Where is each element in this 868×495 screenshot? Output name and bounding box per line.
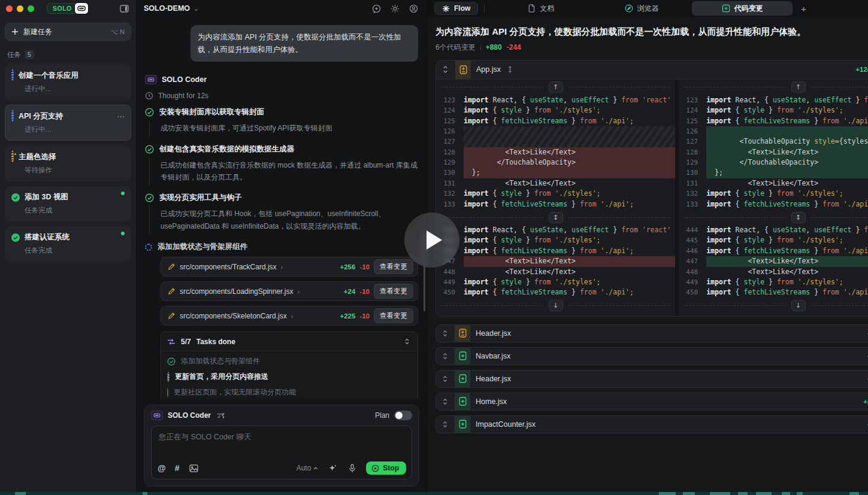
expand-collapse-icon[interactable] xyxy=(441,351,449,361)
thought-row[interactable]: Thought for 12s xyxy=(145,92,418,100)
video-play-button[interactable] xyxy=(404,212,459,268)
account-icon[interactable] xyxy=(408,3,419,14)
line-number: 125 xyxy=(436,116,464,126)
tasks-progress: 5/7 xyxy=(181,338,191,346)
code-line: 449 import { style } from './styles'; xyxy=(436,277,675,287)
code-line: 448 <Text>Like</Text> xyxy=(436,267,675,277)
expand-lines-button[interactable]: ↓ xyxy=(791,300,806,311)
tasks-progress-panel: 5/7 Tasks done 添加加载状态与骨架组件 更新首页，采用分页内容推送… xyxy=(161,332,418,399)
task-menu-icon[interactable]: ⋯ xyxy=(117,112,125,121)
tasks-panel-items: 添加加载状态与骨架组件 更新首页，采用分页内容推送 更新社区页面，实现无限滚动分… xyxy=(161,351,418,399)
line-number: 130 xyxy=(679,168,706,178)
microphone-icon[interactable] xyxy=(347,463,357,474)
task-card[interactable]: API 分页支持 ⋯ 进行中... xyxy=(5,105,131,141)
pencil-icon xyxy=(168,312,176,320)
subtask-item: 添加加载状态与骨架组件 xyxy=(167,356,412,366)
new-task-button[interactable]: 新建任务 ⌥ N xyxy=(5,23,131,41)
minimize-window-button[interactable] xyxy=(17,5,23,12)
mention-icon[interactable]: @ xyxy=(158,463,166,473)
sort-lines-icon[interactable] xyxy=(506,65,514,74)
line-number: 123 xyxy=(679,95,706,105)
code-line: 448 <Text>Like</Text> xyxy=(679,267,868,277)
line-number: 448 xyxy=(436,267,464,277)
collapse-diff-icon[interactable] xyxy=(441,65,450,74)
toggle-right-panel-icon[interactable] xyxy=(119,4,130,14)
expand-lines-button[interactable]: ↓ xyxy=(549,300,563,311)
expand-collapse-icon[interactable] xyxy=(441,397,449,406)
task-card[interactable]: 主题色选择 等待操作 xyxy=(5,145,131,181)
message-input[interactable]: 您正在与 SOLO Coder 聊天 @ # Auto xyxy=(151,426,412,479)
expand-collapse-icon[interactable] xyxy=(441,329,449,338)
task-state-icon xyxy=(11,70,14,81)
model-mode-dropdown[interactable]: Auto xyxy=(297,464,319,472)
tasks-panel-header[interactable]: 5/7 Tasks done xyxy=(161,332,418,351)
line-number: 127 xyxy=(436,136,464,147)
line-code: import { style } from './styles'; xyxy=(464,105,675,116)
switch-agent-icon[interactable] xyxy=(216,411,226,420)
composer: SOLO Coder Plan 您正在与 SOLO Coder 聊天 @ # xyxy=(144,405,419,487)
changed-file-card[interactable]: src/components/TrackCard.jsx › +256 -10 … xyxy=(161,257,418,277)
context-hash-icon[interactable]: # xyxy=(175,463,180,473)
expand-lines-button[interactable]: ↑ xyxy=(549,81,563,93)
collapsed-diff-row[interactable]: Navbar.jsx +36 -0 xyxy=(435,347,868,365)
sparkle-icon[interactable] xyxy=(327,463,338,474)
line-number: 124 xyxy=(436,105,464,116)
collapsed-diff-row[interactable]: Home.jsx +164 -0 xyxy=(435,393,868,411)
robot-icon xyxy=(75,3,88,14)
changed-file-card[interactable]: src/components/LoadingSpinner.jsx › +24 … xyxy=(161,281,418,301)
task-status: 任务完成 xyxy=(25,246,125,255)
chevron-right-icon: › xyxy=(281,263,283,271)
task-card[interactable]: 搭建认证系统 任务完成 xyxy=(5,226,131,262)
code-line: 133 import { fetchLiveStreams } from './… xyxy=(436,199,675,209)
line-number: 449 xyxy=(436,277,464,287)
view-changes-button[interactable]: 查看变更 xyxy=(374,284,413,299)
tab-doc[interactable]: 文档 xyxy=(491,2,591,15)
expand-collapse-icon[interactable] xyxy=(441,420,449,429)
expand-collapse-icon[interactable] xyxy=(441,374,449,384)
expand-lines-button[interactable]: ↑ xyxy=(791,81,806,93)
collapse-tasks-icon[interactable] xyxy=(403,337,412,346)
line-number: 445 xyxy=(679,235,706,245)
solo-brand[interactable]: SOLO xyxy=(47,3,88,14)
changed-file-card[interactable]: src/components/SkeletonCard.jsx › +225 -… xyxy=(161,306,418,326)
collapsed-diff-row[interactable]: ImpactCounter.jsx +32 -0 xyxy=(435,415,868,433)
tab-code[interactable]: 代码变更 xyxy=(692,1,793,16)
line-number: 131 xyxy=(679,178,706,189)
task-state-icon xyxy=(11,233,20,242)
lines-added: +164 xyxy=(863,398,868,405)
task-card[interactable]: 添加 3D 视图 任务完成 xyxy=(5,186,131,221)
task-card[interactable]: 创建一个音乐应用 进行中... xyxy=(5,64,131,100)
close-window-button[interactable] xyxy=(6,5,13,12)
panel-tabbar: Flow 文档 浏览器 代码变更 + xyxy=(427,0,868,17)
line-code: <Text>Like</Text> xyxy=(464,267,675,277)
tab-browser[interactable]: 浏览器 xyxy=(591,2,692,15)
new-chat-icon[interactable] xyxy=(371,3,382,14)
stop-button[interactable]: Stop xyxy=(366,461,406,475)
diff-expander-row: ↕ xyxy=(436,209,675,225)
file-state-icon xyxy=(455,325,470,342)
line-code: import { fetchLiveStreams } from './api'… xyxy=(706,116,868,126)
maximize-window-button[interactable] xyxy=(28,5,34,12)
changed-files-collapsed: Header.jsx +12 -0 Navbar.jsx +36 -0 xyxy=(435,324,868,433)
expand-lines-button[interactable]: ↕ xyxy=(791,212,806,223)
code-line: 447 <Text>Like</Text> xyxy=(436,256,675,266)
code-line: 130 }; xyxy=(679,168,868,178)
step-title: 安装专辑封面库以获取专辑封面 xyxy=(159,107,264,117)
plan-toggle[interactable] xyxy=(394,411,412,420)
code-line: 129 </TouchableOpacity> xyxy=(679,157,868,168)
project-switcher[interactable]: SOLO-DEMO xyxy=(144,4,190,13)
tab-flow[interactable]: Flow xyxy=(434,2,478,15)
agent-step: 实现分页实用工具与钩子 已成功实现分页工具和 Hook，包括 usePagina… xyxy=(145,193,418,235)
line-code: import { fetchLiveStreams } from './api'… xyxy=(706,199,868,209)
add-tab-button[interactable]: + xyxy=(801,4,806,14)
attach-image-icon[interactable] xyxy=(188,463,199,473)
collapsed-diff-row[interactable]: Header.jsx +12 -0 xyxy=(435,324,868,342)
line-code: import { style } from './styles'; xyxy=(464,235,675,245)
settings-gear-icon[interactable] xyxy=(389,3,401,14)
view-changes-button[interactable]: 查看变更 xyxy=(374,308,413,323)
view-changes-button[interactable]: 查看变更 xyxy=(374,259,413,274)
collapsed-diff-row[interactable]: Header.jsx +72 -0 xyxy=(435,370,868,388)
expand-lines-button[interactable]: ↕ xyxy=(549,212,563,223)
video-timeline-strip[interactable] xyxy=(0,492,868,495)
line-number: 127 xyxy=(679,136,706,147)
